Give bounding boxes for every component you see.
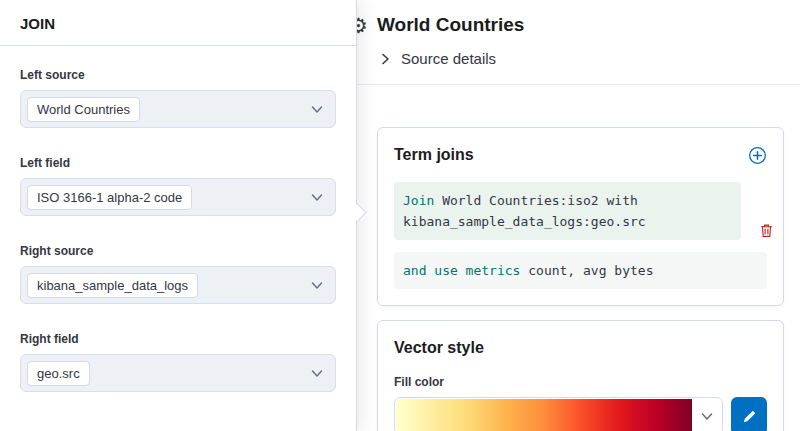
layer-settings-panel: ⚙ World Countries Source details Term jo… <box>357 0 800 431</box>
left-field-label: Left field <box>20 156 336 170</box>
join-expression-text: World Countries:iso2 with kibana_sample_… <box>403 193 646 229</box>
left-source-value: World Countries <box>27 97 140 122</box>
left-source-group: Left source World Countries <box>20 68 336 128</box>
chevron-down-icon <box>309 365 325 381</box>
chevron-down-icon <box>699 408 715 424</box>
join-form: Left source World Countries Left field I… <box>0 46 356 414</box>
join-popover-title: JOIN <box>0 0 356 46</box>
chevron-down-icon <box>309 277 325 293</box>
edit-fill-color-button[interactable] <box>731 397 767 431</box>
join-keyword: Join <box>403 193 434 208</box>
right-field-group: Right field geo.src <box>20 332 336 392</box>
left-field-value: ISO 3166-1 alpha-2 code <box>27 185 192 210</box>
left-source-select[interactable]: World Countries <box>20 90 336 128</box>
layer-header: World Countries Source details <box>357 0 800 85</box>
metrics-expression[interactable]: and use metrics count, avg bytes <box>394 252 767 289</box>
color-ramp-swatch <box>396 399 692 431</box>
left-field-group: Left field ISO 3166-1 alpha-2 code <box>20 156 336 216</box>
chevron-right-icon <box>377 51 393 67</box>
fill-color-label: Fill color <box>394 375 767 389</box>
chevron-down-icon <box>309 189 325 205</box>
right-field-select[interactable]: geo.src <box>20 354 336 392</box>
right-source-group: Right source kibana_sample_data_logs <box>20 244 336 304</box>
vector-style-card: Vector style Fill color <box>377 320 784 431</box>
term-joins-card: Term joins Join World Countries:iso2 wit… <box>377 127 784 306</box>
chevron-down-icon <box>309 101 325 117</box>
join-expression[interactable]: Join World Countries:iso2 with kibana_sa… <box>394 182 741 240</box>
layer-title: World Countries <box>377 12 780 38</box>
right-source-value: kibana_sample_data_logs <box>27 273 198 298</box>
right-source-select[interactable]: kibana_sample_data_logs <box>20 266 336 304</box>
left-field-select[interactable]: ISO 3166-1 alpha-2 code <box>20 178 336 216</box>
source-details-label: Source details <box>401 48 496 70</box>
metrics-expression-text: count, avg bytes <box>528 263 653 278</box>
metrics-keyword: and use metrics <box>403 263 520 278</box>
fill-color-select[interactable] <box>394 397 723 431</box>
right-field-label: Right field <box>20 332 336 346</box>
source-details-toggle[interactable]: Source details <box>377 48 780 70</box>
term-joins-title: Term joins <box>394 144 474 166</box>
right-source-label: Right source <box>20 244 336 258</box>
add-join-button[interactable] <box>748 146 767 165</box>
layer-body: Term joins Join World Countries:iso2 wit… <box>357 85 800 431</box>
delete-join-button[interactable] <box>759 222 774 239</box>
vector-style-title: Vector style <box>394 337 767 359</box>
join-popover: JOIN Left source World Countries Left fi… <box>0 0 357 431</box>
left-source-label: Left source <box>20 68 336 82</box>
right-field-value: geo.src <box>27 361 90 386</box>
